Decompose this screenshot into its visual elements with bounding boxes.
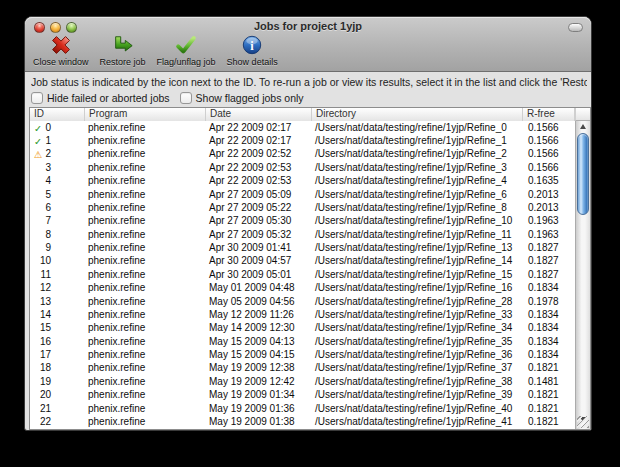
cell-program: phenix.refine bbox=[85, 122, 206, 134]
table-row[interactable]: ✓ 1 phenix.refine Apr 22 2009 02:17 /Use… bbox=[30, 134, 575, 147]
cell-rfree: 0.1834 bbox=[523, 322, 575, 334]
cell-id: 6 bbox=[30, 202, 85, 214]
table-row[interactable]: 5 phenix.refine Apr 27 2009 05:09 /Users… bbox=[30, 188, 575, 201]
table-row[interactable]: ⚠ 2 phenix.refine Apr 22 2009 02:52 /Use… bbox=[30, 148, 575, 161]
close-window-button[interactable]: Close window bbox=[30, 33, 92, 67]
table-row[interactable]: 18 phenix.refine May 19 2009 12:38 /User… bbox=[30, 362, 575, 375]
cell-id: 22 bbox=[30, 416, 85, 428]
table-row[interactable]: 9 phenix.refine Apr 30 2009 01:41 /Users… bbox=[30, 241, 575, 254]
cell-date: May 19 2009 01:38 bbox=[206, 416, 312, 428]
job-id: 13 bbox=[30, 296, 51, 308]
cell-program: phenix.refine bbox=[85, 403, 206, 415]
checkbox-icon[interactable] bbox=[180, 92, 192, 104]
cell-id: ⚠ 2 bbox=[30, 148, 85, 160]
toolbar-toggle-icon[interactable] bbox=[568, 23, 583, 32]
table-row[interactable]: 8 phenix.refine Apr 27 2009 05:32 /Users… bbox=[30, 228, 575, 241]
table-row[interactable]: 20 phenix.refine May 19 2009 01:34 /User… bbox=[30, 389, 575, 402]
cell-program: phenix.refine bbox=[85, 148, 206, 160]
toolbar-item-label: Flag/unflag job bbox=[157, 57, 216, 67]
table-row[interactable]: 21 phenix.refine May 19 2009 01:36 /User… bbox=[30, 402, 575, 415]
table-row[interactable]: 7 phenix.refine Apr 27 2009 05:30 /Users… bbox=[30, 215, 575, 228]
column-header[interactable]: Date bbox=[206, 108, 312, 121]
cell-rfree: 0.2013 bbox=[523, 189, 575, 201]
cell-id: 13 bbox=[30, 296, 85, 308]
job-status-icon: ⚠ bbox=[32, 148, 44, 160]
table-row[interactable]: 16 phenix.refine May 15 2009 04:13 /User… bbox=[30, 335, 575, 348]
info-icon: i bbox=[241, 34, 263, 56]
table-row[interactable]: 3 phenix.refine Apr 22 2009 02:53 /Users… bbox=[30, 161, 575, 174]
cell-program: phenix.refine bbox=[85, 322, 206, 334]
show-flagged-checkbox[interactable]: Show flagged jobs only bbox=[180, 92, 304, 104]
table-row[interactable]: 15 phenix.refine May 14 2009 12:30 /User… bbox=[30, 322, 575, 335]
column-header[interactable]: ID bbox=[30, 108, 85, 121]
hide-failed-checkbox[interactable]: Hide failed or aborted jobs bbox=[31, 92, 170, 104]
cell-program: phenix.refine bbox=[85, 376, 206, 388]
table-row[interactable]: 12 phenix.refine May 01 2009 04:48 /User… bbox=[30, 282, 575, 295]
restore-job-button[interactable]: Restore job bbox=[97, 33, 149, 67]
cell-id: 16 bbox=[30, 336, 85, 348]
job-list[interactable]: ✓ 0 phenix.refine Apr 22 2009 02:17 /Use… bbox=[30, 121, 575, 429]
restore-arrow-icon bbox=[112, 34, 134, 56]
table-row[interactable]: 17 phenix.refine May 15 2009 04:15 /User… bbox=[30, 348, 575, 361]
checkbox-icon[interactable] bbox=[31, 92, 43, 104]
cell-id: 5 bbox=[30, 189, 85, 201]
cell-rfree: 0.1566 bbox=[523, 148, 575, 160]
status-help-text: Job status is indicated by the icon next… bbox=[31, 76, 587, 88]
job-id: 5 bbox=[30, 189, 51, 201]
cell-id: 8 bbox=[30, 229, 85, 241]
job-id: 11 bbox=[30, 269, 51, 281]
job-id: 6 bbox=[30, 202, 51, 214]
cell-directory: /Users/nat/data/testing/refine/1yjp/Refi… bbox=[312, 175, 523, 187]
table-row[interactable]: 6 phenix.refine Apr 27 2009 05:22 /Users… bbox=[30, 201, 575, 214]
toolbar-item-label: Close window bbox=[33, 57, 89, 67]
table-row[interactable]: 11 phenix.refine Apr 30 2009 05:01 /User… bbox=[30, 268, 575, 281]
table-row[interactable]: 19 phenix.refine May 19 2009 12:42 /User… bbox=[30, 375, 575, 388]
show-details-button[interactable]: i Show details bbox=[224, 33, 281, 67]
cell-rfree: 0.1963 bbox=[523, 215, 575, 227]
cell-id: 17 bbox=[30, 349, 85, 361]
cell-directory: /Users/nat/data/testing/refine/1yjp/Refi… bbox=[312, 416, 523, 428]
job-id: 16 bbox=[30, 336, 51, 348]
table-row[interactable]: 4 phenix.refine Apr 22 2009 02:53 /Users… bbox=[30, 175, 575, 188]
cell-date: Apr 22 2009 02:17 bbox=[206, 135, 312, 147]
toolbar-item-label: Restore job bbox=[100, 57, 146, 67]
table-row[interactable]: 13 phenix.refine May 05 2009 04:56 /User… bbox=[30, 295, 575, 308]
scroll-up-arrow-icon[interactable] bbox=[576, 124, 590, 129]
table-row[interactable]: 10 phenix.refine Apr 30 2009 04:57 /User… bbox=[30, 255, 575, 268]
cell-directory: /Users/nat/data/testing/refine/1yjp/Refi… bbox=[312, 376, 523, 388]
job-status-icon: ✓ bbox=[32, 135, 44, 147]
column-header[interactable]: R-free bbox=[523, 108, 575, 121]
table-row[interactable]: ✓ 0 phenix.refine Apr 22 2009 02:17 /Use… bbox=[30, 121, 575, 134]
job-id: 20 bbox=[30, 389, 51, 401]
job-id: 9 bbox=[30, 242, 51, 254]
scrollbar-thumb[interactable] bbox=[577, 133, 589, 215]
flag-unflag-job-button[interactable]: Flag/unflag job bbox=[154, 33, 219, 67]
title-bar[interactable]: Jobs for project 1yjp bbox=[25, 17, 591, 34]
resize-grip-icon[interactable] bbox=[577, 416, 589, 428]
cell-id: 9 bbox=[30, 242, 85, 254]
cell-date: May 19 2009 01:36 bbox=[206, 403, 312, 415]
table-row[interactable]: 14 phenix.refine May 12 2009 11:26 /User… bbox=[30, 308, 575, 321]
cell-directory: /Users/nat/data/testing/refine/1yjp/Refi… bbox=[312, 122, 523, 134]
cell-program: phenix.refine bbox=[85, 416, 206, 428]
job-id: 8 bbox=[30, 229, 51, 241]
vertical-scrollbar[interactable] bbox=[575, 121, 590, 429]
cell-program: phenix.refine bbox=[85, 389, 206, 401]
job-id: 18 bbox=[30, 362, 51, 374]
cell-id: 11 bbox=[30, 269, 85, 281]
cell-rfree: 0.1566 bbox=[523, 162, 575, 174]
cell-id: 15 bbox=[30, 322, 85, 334]
cell-program: phenix.refine bbox=[85, 362, 206, 374]
cell-program: phenix.refine bbox=[85, 309, 206, 321]
table-row[interactable]: 22 phenix.refine May 19 2009 01:38 /User… bbox=[30, 415, 575, 428]
cell-program: phenix.refine bbox=[85, 255, 206, 267]
column-header[interactable]: Directory bbox=[312, 108, 523, 121]
column-header[interactable]: Program bbox=[85, 108, 206, 121]
cell-program: phenix.refine bbox=[85, 162, 206, 174]
cell-directory: /Users/nat/data/testing/refine/1yjp/Refi… bbox=[312, 229, 523, 241]
cell-id: 12 bbox=[30, 282, 85, 294]
cell-date: Apr 22 2009 02:17 bbox=[206, 122, 312, 134]
cell-date: Apr 22 2009 02:52 bbox=[206, 148, 312, 160]
cell-directory: /Users/nat/data/testing/refine/1yjp/Refi… bbox=[312, 349, 523, 361]
cell-directory: /Users/nat/data/testing/refine/1yjp/Refi… bbox=[312, 309, 523, 321]
